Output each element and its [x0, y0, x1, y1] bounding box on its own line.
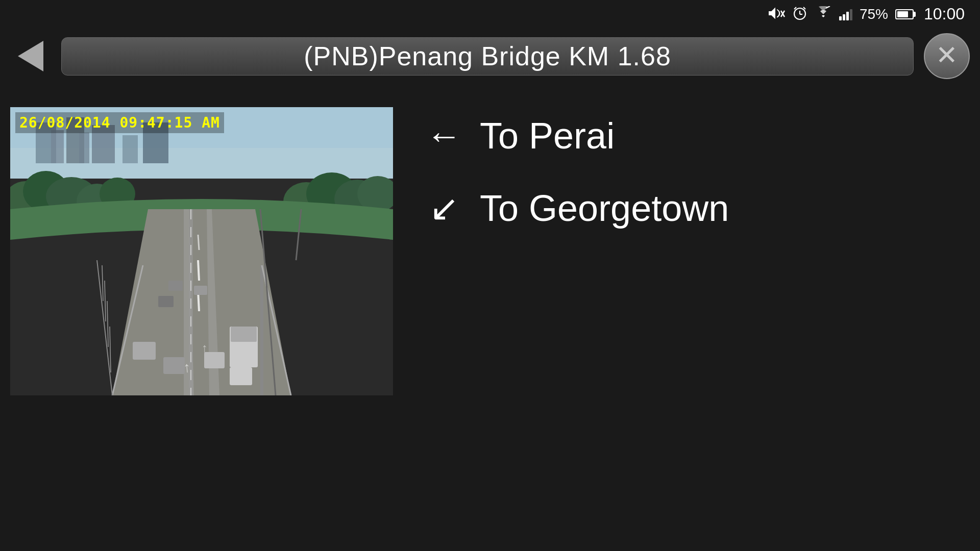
svg-rect-43 [163, 357, 185, 374]
svg-rect-11 [51, 130, 64, 163]
status-bar: 75% 10:00 [0, 0, 980, 28]
svg-rect-34 [260, 265, 263, 395]
mute-icon [769, 6, 785, 22]
direction-to-georgetown[interactable]: ↙ To Georgetown [424, 177, 949, 239]
to-perai-arrow-icon: ← [424, 118, 464, 154]
svg-line-55 [107, 301, 108, 347]
to-perai-label: To Perai [480, 115, 615, 157]
svg-rect-15 [122, 135, 138, 163]
timestamp-text: 26/08/2014 09:47:15 AM [19, 114, 220, 131]
to-georgetown-arrow-icon: ↙ [424, 190, 464, 226]
svg-text:↑: ↑ [183, 359, 191, 375]
camera-timestamp: 26/08/2014 09:47:15 AM [15, 112, 224, 133]
traffic-camera-image: ↑ ↑ HW SELAYA PERAI ALON [10, 107, 393, 395]
direction-to-perai[interactable]: ← To Perai [424, 105, 949, 167]
main-content: ↑ ↑ HW SELAYA PERAI ALON 26/08/2014 09:4… [0, 84, 980, 551]
alarm-icon [792, 6, 807, 23]
svg-line-30 [198, 260, 199, 281]
svg-text:↑: ↑ [202, 341, 208, 355]
svg-rect-42 [133, 342, 156, 360]
status-icons: 75% 10:00 [769, 5, 965, 23]
to-georgetown-label: To Georgetown [480, 187, 729, 229]
page-title: (PNB)Penang Bridge KM 1.68 [304, 41, 671, 71]
close-button[interactable]: ✕ [924, 33, 970, 79]
close-icon: ✕ [936, 42, 958, 68]
back-arrow-icon [18, 41, 43, 71]
back-button[interactable] [10, 36, 51, 77]
battery-percent: 75% [860, 6, 888, 22]
svg-line-53 [102, 265, 103, 301]
svg-rect-38 [231, 327, 257, 342]
svg-rect-41 [158, 296, 174, 307]
svg-line-31 [198, 235, 199, 250]
svg-line-5 [794, 7, 796, 9]
svg-rect-45 [230, 367, 252, 385]
svg-rect-40 [194, 286, 207, 295]
directions-panel: ← To Perai ↙ To Georgetown [393, 84, 980, 260]
svg-line-6 [803, 7, 805, 9]
clock-time: 10:00 [924, 5, 965, 23]
signal-bars [839, 8, 852, 20]
svg-rect-13 [79, 133, 89, 163]
title-bar: (PNB)Penang Bridge KM 1.68 [61, 37, 914, 76]
header: (PNB)Penang Bridge KM 1.68 ✕ [0, 28, 980, 84]
camera-feed: ↑ ↑ HW SELAYA PERAI ALON 26/08/2014 09:4… [10, 107, 393, 395]
svg-line-56 [110, 327, 111, 372]
svg-line-54 [105, 281, 106, 321]
svg-rect-39 [168, 281, 183, 291]
wifi-icon [815, 6, 832, 22]
svg-marker-26 [112, 209, 291, 395]
battery-icon [895, 9, 914, 19]
